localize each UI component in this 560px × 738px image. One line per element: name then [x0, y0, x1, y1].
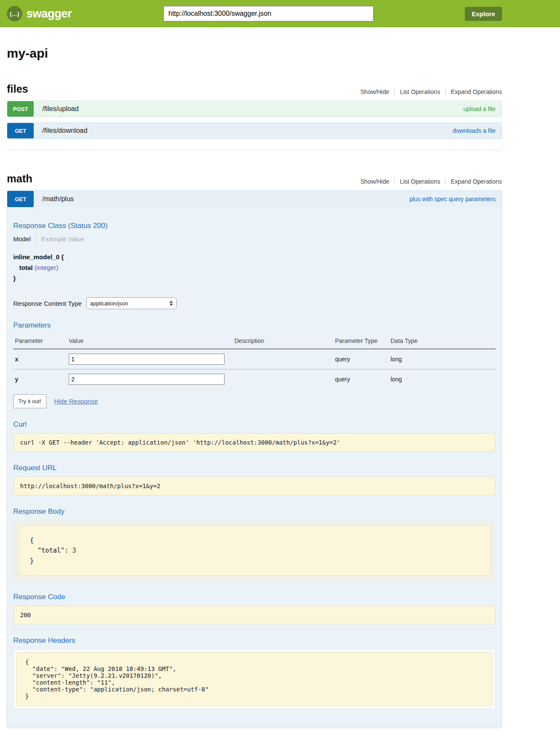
curl-command: curl -X GET --header 'Accept: applicatio…: [13, 433, 496, 452]
response-class-heading: Response Class (Status 200): [13, 222, 496, 230]
column-header-data-type: Data Type: [389, 334, 496, 349]
endpoint-path-math-plus-get[interactable]: /math/plus: [42, 195, 74, 203]
link-separator: [394, 89, 395, 95]
response-content-type-select[interactable]: application/json: [86, 297, 177, 309]
model-open-line: inline_model_0 {: [13, 252, 496, 262]
endpoint-path-files-upload[interactable]: /files/upload: [42, 105, 79, 113]
request-url-heading: Request URL: [13, 464, 496, 472]
section-divider: [7, 150, 502, 150]
endpoint-row-math-plus-get[interactable]: GET /math/plus plus with spec query para…: [7, 191, 502, 207]
try-it-out-button[interactable]: Try it out!: [13, 394, 47, 408]
column-header-value: Value: [67, 334, 233, 349]
endpoint-summary-files-upload[interactable]: upload a file: [463, 105, 496, 112]
section-title-math[interactable]: math: [7, 173, 32, 185]
tab-model[interactable]: Model: [13, 235, 31, 243]
explore-button[interactable]: Explore: [465, 7, 502, 21]
parameter-y-input[interactable]: [69, 374, 225, 385]
model-close-line: }: [13, 273, 496, 284]
math-list-operations-link[interactable]: List Operations: [400, 178, 440, 185]
endpoint-math-plus-get-expanded: GET /math/plus plus with spec query para…: [7, 190, 502, 728]
math-expand-operations-link[interactable]: Expand Operations: [451, 178, 502, 185]
parameter-description: [233, 349, 333, 369]
page-title: my-api: [7, 46, 502, 61]
endpoint-path-files-download[interactable]: /files/download: [42, 127, 88, 135]
tab-separator: [36, 234, 36, 243]
selected-content-type: application/json: [90, 300, 128, 307]
model-property-type: (integer): [35, 264, 58, 271]
api-url-input[interactable]: [164, 6, 373, 21]
section-title-files[interactable]: files: [7, 83, 28, 95]
link-separator: [445, 179, 446, 185]
endpoint-row-files-download[interactable]: GET /files/download downloads a file: [7, 123, 502, 139]
get-method-badge: GET: [7, 123, 34, 138]
model-signature: inline_model_0 { total (integer) }: [13, 252, 496, 284]
response-headers-json: { "date": "Wed, 22 Aug 2018 18:49:13 GMT…: [16, 652, 493, 706]
parameter-description: [233, 369, 333, 390]
files-section-header: files Show/Hide List Operations Expand O…: [7, 83, 502, 95]
json-number-value: 3: [72, 547, 76, 554]
select-arrows-icon: [169, 301, 173, 306]
column-header-parameter: Parameter: [13, 334, 67, 349]
response-body-json: { "total": 3 }: [18, 525, 490, 576]
endpoint-summary-files-download[interactable]: downloads a file: [453, 127, 496, 134]
response-body-heading: Response Body: [13, 507, 496, 516]
link-separator: [394, 179, 395, 185]
parameter-type: query: [333, 369, 389, 390]
response-headers-container: { "date": "Wed, 22 Aug 2018 18:49:13 GMT…: [13, 649, 496, 709]
math-section-header: math Show/Hide List Operations Expand Op…: [7, 173, 502, 185]
curl-heading: Curl: [13, 420, 496, 429]
parameter-name: y: [13, 369, 67, 390]
post-method-badge: POST: [7, 101, 34, 117]
response-code-heading: Response Code: [13, 593, 496, 601]
model-property-name: total: [19, 264, 33, 271]
parameter-type: query: [333, 349, 389, 369]
get-method-badge: GET: [7, 191, 34, 207]
link-separator: [445, 89, 446, 95]
response-content-type-label: Response Content Type: [13, 300, 82, 307]
parameters-table: Parameter Value Description Parameter Ty…: [13, 334, 496, 389]
response-headers-heading: Response Headers: [13, 636, 496, 645]
parameter-data-type: long: [389, 349, 496, 369]
files-list-operations-link[interactable]: List Operations: [400, 88, 440, 95]
response-class-tabs: Model Example Value: [13, 234, 496, 243]
endpoint-summary-math-plus-get[interactable]: plus with spec query parameters: [409, 196, 496, 202]
header-bar: {…} swagger Explore: [0, 0, 560, 27]
column-header-parameter-type: Parameter Type: [333, 334, 389, 349]
response-body-container: { "total": 3 }: [13, 520, 496, 581]
swagger-logo-label: swagger: [26, 7, 72, 20]
parameter-x-input[interactable]: [69, 354, 225, 365]
parameters-heading: Parameters: [13, 321, 496, 330]
files-expand-operations-link[interactable]: Expand Operations: [451, 88, 502, 95]
hide-response-link[interactable]: Hide Response: [54, 398, 98, 405]
parameter-name: x: [13, 349, 67, 369]
math-show-hide-link[interactable]: Show/Hide: [360, 178, 389, 185]
parameter-data-type: long: [389, 369, 496, 390]
curly-braces-icon: {…}: [7, 6, 22, 21]
parameters-header-row: Parameter Value Description Parameter Ty…: [13, 334, 496, 349]
files-show-hide-link[interactable]: Show/Hide: [360, 88, 389, 95]
endpoint-row-files-upload[interactable]: POST /files/upload upload a file: [7, 101, 502, 117]
parameter-row-y: y query long: [13, 369, 496, 390]
response-code-value: 200: [13, 606, 496, 624]
tab-example-value[interactable]: Example Value: [41, 235, 84, 243]
request-url-value: http://localhost:3000/math/plus?x=1&y=2: [13, 477, 496, 495]
parameter-row-x: x query long: [13, 349, 496, 369]
column-header-description: Description: [233, 334, 333, 349]
swagger-logo[interactable]: {…} swagger: [7, 6, 72, 21]
